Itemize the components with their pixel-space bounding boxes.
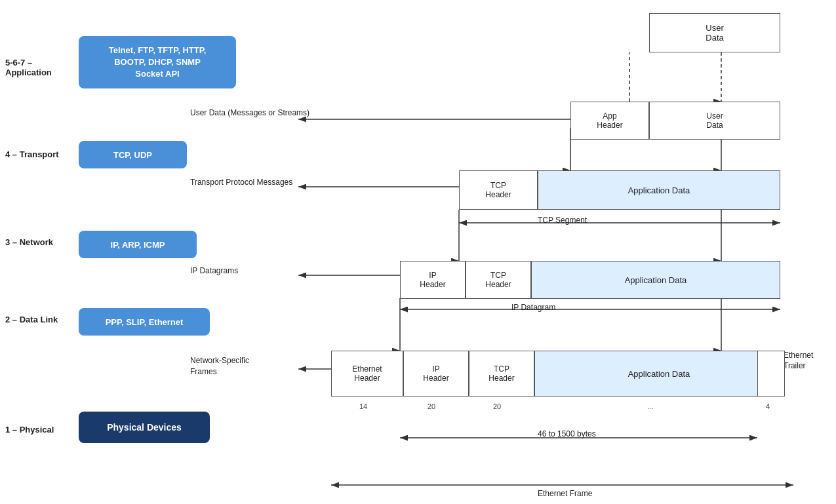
label-datalink: 2 – Data Link <box>5 315 77 324</box>
tcp-app-data-box: Application Data <box>538 170 780 210</box>
physical-proto-box: Physical Devices <box>79 412 210 443</box>
user-data-top-box: UserData <box>649 13 780 52</box>
app-size: ... <box>647 402 653 410</box>
eth-trailer-box <box>757 351 785 397</box>
label-network: 3 – Network <box>5 237 77 247</box>
ip-size: 20 <box>428 402 435 410</box>
ip-header-box2: IPHeader <box>403 351 469 397</box>
eth-app-data-box: Application Data <box>534 351 784 397</box>
transport-label: Transport Protocol Messages <box>190 178 292 187</box>
ip-label: IP Datagrams <box>190 266 238 275</box>
label-application: 5-6-7 – Application <box>5 58 77 77</box>
tcp-size: 20 <box>493 402 501 410</box>
ip-header-box: IPHeader <box>400 261 466 299</box>
ethernet-frame-label: Ethernet Frame <box>538 489 592 498</box>
tcp-header-box: TCPHeader <box>459 170 538 210</box>
tcp-segment-label: TCP Segment <box>538 216 587 225</box>
ip-app-data-box: Application Data <box>531 261 780 299</box>
ip-datagram-label: IP Datagram <box>511 303 555 312</box>
bytes-label: 46 to 1500 bytes <box>538 429 596 438</box>
eth-header-box: EthernetHeader <box>331 351 403 397</box>
app-user-data-box: UserData <box>649 102 780 140</box>
trailer-sz: 4 <box>766 402 770 410</box>
eth-size: 14 <box>359 402 367 410</box>
tcp-header-box2: TCPHeader <box>466 261 531 299</box>
app-header-box: AppHeader <box>570 102 649 140</box>
label-physical: 1 – Physical <box>5 425 77 435</box>
ethernet-trailer-label: EthernetTrailer <box>784 351 829 371</box>
diagram: 5-6-7 – Application 4 – Transport 3 – Ne… <box>0 0 836 504</box>
user-data-label: User Data (Messages or Streams) <box>190 108 309 117</box>
network-proto-box: IP, ARP, ICMP <box>79 231 197 258</box>
tcp-header-box3: TCPHeader <box>469 351 534 397</box>
transport-proto-box: TCP, UDP <box>79 141 187 168</box>
frames-label: Network-SpecificFrames <box>190 355 249 378</box>
datalink-proto-box: PPP, SLIP, Ethernet <box>79 308 210 336</box>
label-transport: 4 – Transport <box>5 149 77 159</box>
app-proto-box: Telnet, FTP, TFTP, HTTP,BOOTP, DHCP, SNM… <box>79 36 236 88</box>
